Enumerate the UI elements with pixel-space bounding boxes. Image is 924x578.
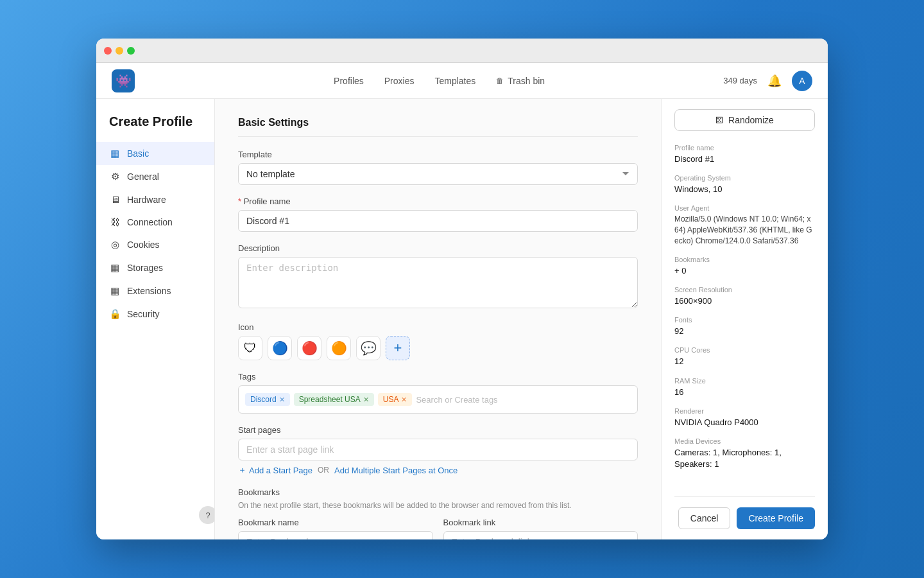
traffic-lights — [104, 47, 135, 55]
icon-google[interactable]: 🔴 — [297, 336, 321, 360]
resolution-label: Screen Resolution — [674, 286, 815, 293]
sidebar-item-connection[interactable]: ⛓ Connection — [96, 211, 214, 233]
renderer-info: Renderer NVIDIA Quadro P4000 — [674, 407, 815, 428]
tag-spreadsheet[interactable]: Spreadsheet USA ✕ — [294, 393, 374, 406]
media-info: Media Devices Cameras: 1, Microphones: 1… — [674, 437, 815, 470]
start-pages-actions: ＋ Add a Start Page OR Add Multiple Start… — [238, 464, 638, 476]
ram-value: 16 — [674, 387, 815, 398]
os-value: Windows, 10 — [674, 184, 815, 195]
icon-label: Icon — [238, 322, 638, 332]
tags-label: Tags — [238, 372, 638, 381]
icon-facebook[interactable]: 🔵 — [268, 336, 292, 360]
add-start-page-btn[interactable]: ＋ Add a Start Page — [238, 464, 312, 476]
tag-spreadsheet-close[interactable]: ✕ — [363, 396, 369, 404]
bookmarks-group: Bookmarks On the next profile start, the… — [238, 487, 638, 539]
tags-input[interactable]: Discord ✕ Spreadsheet USA ✕ USA ✕ Search… — [238, 385, 638, 414]
general-icon: ⚙ — [109, 171, 121, 182]
security-icon: 🔒 — [109, 308, 121, 320]
bookmarks-info: Bookmarks + 0 — [674, 256, 815, 277]
avatar-button[interactable]: A — [792, 71, 812, 91]
app-window: 👾 Profiles Proxies Templates 🗑 Trash bin… — [96, 39, 828, 539]
start-pages-label: Start pages — [238, 425, 638, 435]
cpu-label: CPU Cores — [674, 346, 815, 354]
start-pages-input[interactable] — [238, 439, 638, 460]
add-multiple-start-btn[interactable]: Add Multiple Start Pages at Once — [334, 466, 458, 475]
randomize-button[interactable]: ⚄ Randomize — [674, 109, 815, 131]
bell-icon[interactable]: 🔔 — [767, 74, 782, 88]
tag-discord[interactable]: Discord ✕ — [245, 393, 290, 406]
maximize-dot[interactable] — [127, 47, 135, 55]
sidebar-item-hardware[interactable]: 🖥 Hardware — [96, 188, 214, 211]
description-group: Description — [238, 243, 638, 311]
app-logo[interactable]: 👾 — [112, 69, 135, 92]
bookmarks-row: Bookmark name Bookmark link — [238, 518, 638, 539]
trash-icon: 🗑 — [496, 76, 504, 85]
tag-usa-close[interactable]: ✕ — [401, 396, 407, 404]
sidebar-item-general[interactable]: ⚙ General — [96, 165, 214, 188]
ram-info: RAM Size 16 — [674, 377, 815, 398]
nav-profiles[interactable]: Profiles — [334, 76, 364, 86]
right-panel: ⚄ Randomize Profile name Discord #1 Oper… — [661, 99, 828, 539]
cancel-button[interactable]: Cancel — [678, 507, 731, 529]
help-button[interactable]: ? — [199, 506, 215, 524]
bookmark-link-label: Bookmark link — [443, 518, 638, 527]
hardware-icon: 🖥 — [109, 194, 121, 205]
icon-amazon[interactable]: 🟠 — [327, 336, 351, 360]
nav-trash[interactable]: 🗑 Trash bin — [496, 76, 545, 86]
template-select[interactable]: No template — [238, 163, 638, 185]
sidebar-item-extensions[interactable]: ▦ Extensions — [96, 279, 214, 302]
titlebar — [96, 39, 828, 63]
nav-right: 349 days 🔔 A — [723, 71, 812, 91]
icon-shield[interactable]: 🛡 — [238, 336, 262, 360]
ram-label: RAM Size — [674, 377, 815, 385]
dice-icon: ⚄ — [715, 115, 723, 125]
renderer-value: NVIDIA Quadro P4000 — [674, 417, 815, 428]
bookmark-name-input[interactable] — [238, 531, 433, 539]
connection-icon: ⛓ — [109, 216, 121, 227]
fonts-label: Fonts — [674, 316, 815, 324]
tags-group: Tags Discord ✕ Spreadsheet USA ✕ USA ✕ — [238, 372, 638, 414]
profile-name-group: * Profile name — [238, 197, 638, 232]
minimize-dot[interactable] — [116, 47, 123, 55]
sidebar-item-storages[interactable]: ▦ Storages — [96, 256, 214, 279]
nav-proxies[interactable]: Proxies — [384, 76, 415, 86]
add-icon-button[interactable]: + — [386, 336, 410, 360]
create-profile-button[interactable]: Create Profile — [737, 507, 815, 529]
profile-name-input[interactable] — [238, 210, 638, 232]
profile-name-label: * Profile name — [238, 197, 638, 206]
sidebar-item-cookies[interactable]: ◎ Cookies — [96, 233, 214, 256]
profile-name-info-label: Profile name — [674, 144, 815, 152]
os-label: Operating System — [674, 174, 815, 182]
fonts-value: 92 — [674, 326, 815, 337]
cpu-info: CPU Cores 12 — [674, 346, 815, 367]
resolution-info: Screen Resolution 1600×900 — [674, 286, 815, 307]
bookmark-name-label: Bookmark name — [238, 518, 433, 527]
ua-value: Mozilla/5.0 (Windows NT 10.0; Win64; x64… — [674, 214, 815, 246]
bookmark-link-input[interactable] — [443, 531, 638, 539]
tag-discord-close[interactable]: ✕ — [279, 396, 285, 404]
bookmarks-note: On the next profile start, these bookmar… — [238, 501, 638, 510]
sidebar-item-security[interactable]: 🔒 Security — [96, 302, 214, 326]
os-info: Operating System Windows, 10 — [674, 174, 815, 195]
icon-discord[interactable]: 💬 — [356, 336, 381, 360]
cookies-icon: ◎ — [109, 239, 121, 250]
fonts-info: Fonts 92 — [674, 316, 815, 337]
description-input[interactable] — [238, 257, 638, 308]
sidebar-item-basic[interactable]: ▦ Basic — [96, 142, 214, 165]
profile-name-info-value: Discord #1 — [674, 153, 815, 165]
app-body: 👾 Profiles Proxies Templates 🗑 Trash bin… — [96, 63, 828, 539]
tags-placeholder: Search or Create tags — [416, 395, 497, 405]
tag-usa[interactable]: USA ✕ — [378, 393, 413, 406]
icons-row: 🛡 🔵 🔴 🟠 💬 + — [238, 336, 638, 360]
nav-templates[interactable]: Templates — [434, 76, 475, 86]
bookmarks-info-label: Bookmarks — [674, 256, 815, 263]
renderer-label: Renderer — [674, 407, 815, 415]
form-area: Basic Settings Template No template * Pr… — [215, 99, 661, 539]
template-label: Template — [238, 150, 638, 159]
profile-name-info: Profile name Discord #1 — [674, 144, 815, 165]
close-dot[interactable] — [104, 47, 112, 55]
ua-label: User Agent — [674, 204, 815, 212]
bookmark-name-group: Bookmark name — [238, 518, 433, 539]
main-content: Create Profile ▦ Basic ⚙ General 🖥 Hardw… — [96, 99, 828, 539]
icon-group: Icon 🛡 🔵 🔴 🟠 💬 + — [238, 322, 638, 360]
